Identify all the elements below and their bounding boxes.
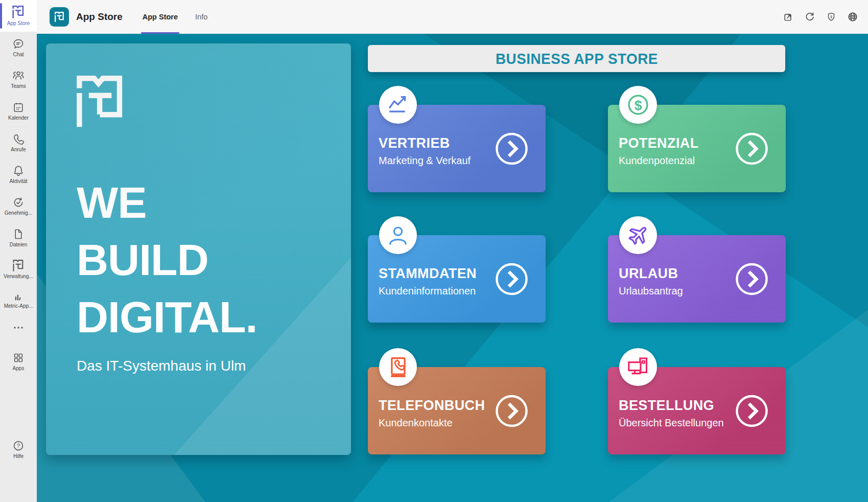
tile-title: STAMMDATEN [379, 266, 501, 282]
bar-chart-icon [14, 293, 23, 302]
sidebar-item-label: Dateien [10, 242, 27, 247]
svg-text:?: ? [17, 443, 20, 449]
svg-text:$: $ [635, 98, 642, 113]
help-icon: ? [12, 440, 25, 452]
tile-title: VERTRIEB [379, 135, 501, 151]
sidebar-item-label: Genehmig... [5, 210, 32, 216]
sidebar-item-label: App Store [7, 20, 30, 26]
rail-spacer [0, 377, 37, 433]
store-banner: BUSINESS APP STORE [368, 45, 785, 72]
chat-icon [12, 38, 25, 50]
trend-chart-icon [379, 86, 417, 124]
tile-subtitle: Kundenkontakte [379, 417, 501, 429]
approvals-icon [12, 196, 25, 209]
open-in-window-icon[interactable] [780, 9, 796, 25]
tile-subtitle: Kundeninformationen [379, 285, 501, 297]
teams-app-window: App Store Chat Teams Kalender Anrufe [0, 0, 868, 502]
computer-order-icon [619, 348, 657, 386]
it-logo-icon [12, 6, 25, 19]
sidebar-item-label: Teams [11, 83, 26, 89]
hero-heading: WE BUILD DIGITAL. [77, 174, 351, 346]
sidebar-item-app-store[interactable]: App Store [0, 0, 37, 32]
sidebar-item-aktivitaet[interactable]: Aktivität [0, 158, 37, 190]
page-title: App Store [76, 11, 123, 22]
it-logo-large-icon [77, 76, 351, 132]
tile-telefonbuch[interactable]: TELEFONBUCH Kundenkontakte [368, 367, 546, 454]
tile-subtitle: Marketing & Verkauf [379, 155, 501, 167]
airplane-icon [619, 216, 657, 254]
teams-people-icon [12, 70, 25, 82]
app-store-chip-icon [50, 7, 69, 27]
sidebar-item-label: Anrufe [11, 147, 26, 152]
sidebar-item-chat[interactable]: Chat [0, 32, 37, 63]
ellipsis-icon [13, 326, 24, 330]
tile-text: URLAUB Urlaubsantrag [619, 266, 741, 297]
tile-text: STAMMDATEN Kundeninformationen [379, 266, 501, 297]
app-grid-icon [12, 352, 25, 364]
sidebar-item-label: Verwaltung... [4, 273, 33, 279]
tile-vertrieb[interactable]: VERTRIEB Marketing & Verkauf [368, 105, 546, 192]
tile-title: POTENZIAL [619, 135, 741, 151]
store-canvas: WE BUILD DIGITAL. Das IT-Systemhaus in U… [37, 34, 868, 502]
tab-app-store[interactable]: App Store [134, 0, 186, 34]
sidebar-item-metric-app[interactable]: Metric-App... [0, 285, 37, 317]
sidebar-item-apps[interactable]: Apps [0, 346, 37, 377]
sidebar-item-hilfe[interactable]: ? Hilfe [0, 433, 37, 465]
sidebar-item-label: Hilfe [13, 453, 24, 459]
tile-text: TELEFONBUCH Kundenkontakte [379, 398, 501, 429]
tile-text: VERTRIEB Marketing & Verkauf [379, 135, 501, 167]
tile-title: URLAUB [619, 266, 741, 282]
sidebar-item-label: Chat [13, 52, 24, 57]
dollar-coin-icon: $ [619, 86, 657, 124]
it-logo-icon [13, 260, 24, 272]
sidebar-item-kalender[interactable]: Kalender [0, 95, 37, 127]
bell-icon [12, 165, 25, 177]
privacy-shield-icon[interactable] [823, 9, 839, 25]
tile-urlaub[interactable]: URLAUB Urlaubsantrag [608, 235, 786, 323]
phone-icon [12, 133, 25, 145]
sidebar-item-label: Apps [13, 366, 25, 371]
file-icon [12, 228, 25, 240]
calendar-icon [12, 101, 25, 113]
open-tile-arrow-icon[interactable] [735, 394, 769, 428]
tile-title: TELEFONBUCH [379, 398, 501, 414]
globe-icon[interactable] [844, 9, 861, 25]
open-tile-arrow-icon[interactable] [495, 394, 529, 428]
app-header: App Store App Store Info [37, 0, 868, 34]
open-tile-arrow-icon[interactable] [495, 131, 529, 166]
tile-subtitle: Übersicht Bestellungen [619, 417, 741, 429]
tile-title: BESTELLUNG [619, 398, 741, 414]
tile-text: BESTELLUNG Übersicht Bestellungen [619, 398, 741, 429]
sidebar-more-button[interactable] [0, 317, 37, 338]
tile-potenzial[interactable]: $ POTENZIAL Kundenpotenzial [608, 105, 786, 192]
tile-subtitle: Urlaubsantrag [619, 285, 741, 297]
header-tabs: App Store Info [134, 0, 216, 34]
tile-stammdaten[interactable]: STAMMDATEN Kundeninformationen [368, 235, 546, 323]
tab-info[interactable]: Info [186, 0, 216, 34]
tile-subtitle: Kundenpotenzial [619, 155, 741, 167]
open-tile-arrow-icon[interactable] [495, 262, 529, 296]
sidebar-item-teams[interactable]: Teams [0, 63, 37, 95]
header-actions [780, 9, 861, 25]
sidebar-item-verwaltung[interactable]: Verwaltung... [0, 254, 37, 285]
sidebar-item-label: Kalender [8, 115, 29, 121]
refresh-icon[interactable] [802, 9, 818, 25]
person-icon [379, 216, 417, 254]
phonebook-icon [379, 348, 417, 386]
sidebar-item-genehmigungen[interactable]: Genehmig... [0, 190, 37, 222]
hero-subtitle: Das IT-Systemhaus in Ulm [77, 358, 351, 374]
open-tile-arrow-icon[interactable] [735, 131, 769, 166]
app-rail: App Store Chat Teams Kalender Anrufe [0, 0, 37, 502]
store-banner-title: BUSINESS APP STORE [496, 50, 658, 67]
sidebar-item-dateien[interactable]: Dateien [0, 222, 37, 254]
sidebar-item-label: Aktivität [9, 178, 27, 184]
sidebar-item-label: Metric-App... [4, 303, 33, 309]
sidebar-item-anrufe[interactable]: Anrufe [0, 127, 37, 158]
tile-bestellung[interactable]: BESTELLUNG Übersicht Bestellungen [608, 367, 786, 454]
open-tile-arrow-icon[interactable] [735, 262, 769, 296]
hero-panel: WE BUILD DIGITAL. Das IT-Systemhaus in U… [46, 43, 351, 455]
tile-text: POTENZIAL Kundenpotenzial [619, 135, 741, 167]
